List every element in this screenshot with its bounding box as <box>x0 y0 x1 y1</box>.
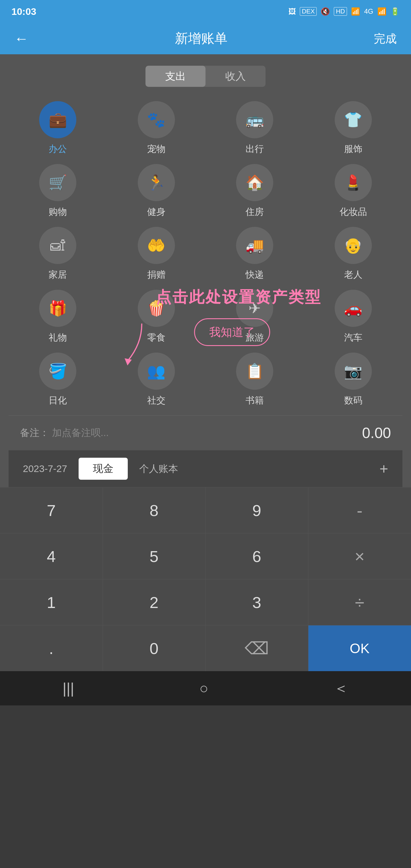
category-item-clothing[interactable]: 👕 服饰 <box>307 101 400 155</box>
books-icon: 📋 <box>236 352 273 390</box>
category-item-office[interactable]: 💼 办公 <box>11 101 104 155</box>
category-item-fitness[interactable]: 🏃 健身 <box>110 164 203 218</box>
office-icon: 💼 <box>39 101 76 138</box>
status-icons: 🖼 DEX 🔇 HD 📶 4G 📶 🔋 <box>288 7 400 16</box>
mute-icon: 🔇 <box>321 7 330 16</box>
calc-ok[interactable]: OK <box>309 625 411 671</box>
account-type-chip[interactable]: 现金 <box>79 458 128 480</box>
office-label: 办公 <box>49 143 67 155</box>
calc-0[interactable]: 0 <box>103 625 206 671</box>
category-grid: 💼 办公 🐾 宠物 🚌 出行 👕 服饰 🛒 购物 🏃 健身 🏠 住房 <box>8 101 403 281</box>
gift-label: 礼物 <box>49 332 67 344</box>
pet-label: 宠物 <box>147 143 166 155</box>
category-item-car[interactable]: 🚗 汽车 <box>307 290 400 344</box>
toggle-bar: 支出 收入 <box>8 66 403 87</box>
elderly-label: 老人 <box>344 269 362 281</box>
done-button[interactable]: 完成 <box>374 31 397 46</box>
calc-4[interactable]: 4 <box>0 533 103 579</box>
category-item-tourism[interactable]: ✈ 旅游 <box>208 290 301 344</box>
category-item-cosmetics[interactable]: 💄 化妆品 <box>307 164 400 218</box>
car-label: 汽车 <box>344 332 362 344</box>
category-item-elderly[interactable]: 👴 老人 <box>307 227 400 281</box>
shopping-icon: 🛒 <box>39 164 76 201</box>
dex-icon: DEX <box>300 7 317 16</box>
calc-6[interactable]: 6 <box>206 533 309 579</box>
calc-9[interactable]: 9 <box>206 488 309 533</box>
nav-menu-button[interactable]: ||| <box>46 674 91 703</box>
remarks-row: 备注： 加点备注呗... 0.00 <box>8 415 403 450</box>
books-label: 书籍 <box>245 394 264 407</box>
gallery-icon: 🖼 <box>288 7 296 16</box>
category-item-snack[interactable]: 🍿 零食 <box>110 290 203 344</box>
snack-icon: 🍿 <box>138 290 175 327</box>
add-account-button[interactable]: + <box>374 460 394 477</box>
category-item-shopping[interactable]: 🛒 购物 <box>11 164 104 218</box>
elderly-icon: 👴 <box>335 227 372 264</box>
clothing-label: 服饰 <box>344 143 362 155</box>
date-chip[interactable]: 2023-7-27 <box>17 460 73 477</box>
income-tab[interactable]: 收入 <box>206 66 266 87</box>
category-item-books[interactable]: 📋 书籍 <box>208 352 301 407</box>
pet-icon: 🐾 <box>138 101 175 138</box>
cosmetics-label: 化妆品 <box>340 206 367 218</box>
travel-icon: 🚌 <box>236 101 273 138</box>
calc-7[interactable]: 7 <box>0 488 103 533</box>
category-item-pet[interactable]: 🐾 宠物 <box>110 101 203 155</box>
tourism-label: 旅游 <box>245 332 264 344</box>
fitness-label: 健身 <box>147 206 166 218</box>
calc-row-3: 1 2 3 ÷ <box>0 579 411 625</box>
category-item-housing[interactable]: 🏠 住房 <box>208 164 301 218</box>
housing-label: 住房 <box>245 206 264 218</box>
delivery-label: 快递 <box>245 269 264 281</box>
calc-5[interactable]: 5 <box>103 533 206 579</box>
remarks-input[interactable]: 加点备注呗... <box>52 426 362 439</box>
daily-label: 日化 <box>49 394 67 407</box>
status-bar: 10:03 🖼 DEX 🔇 HD 📶 4G 📶 🔋 <box>0 0 411 23</box>
expense-tab[interactable]: 支出 <box>145 66 206 87</box>
snack-label: 零食 <box>147 332 166 344</box>
amount-display: 0.00 <box>362 424 391 441</box>
housing-icon: 🏠 <box>236 164 273 201</box>
delivery-icon: 🚚 <box>236 227 273 264</box>
home-label: 家居 <box>49 269 67 281</box>
signal-bars: 📶 <box>377 7 386 16</box>
fitness-icon: 🏃 <box>138 164 175 201</box>
nav-back-button[interactable]: ＜ <box>316 673 365 704</box>
calc-row-1: 7 8 9 - <box>0 487 411 533</box>
category-item-daily[interactable]: 🪣 日化 <box>11 352 104 407</box>
category-item-social[interactable]: 👥 社交 <box>110 352 203 407</box>
calc-8[interactable]: 8 <box>103 488 206 533</box>
gift-icon: 🎁 <box>39 290 76 327</box>
status-time: 10:03 <box>11 6 36 17</box>
category-item-travel[interactable]: 🚌 出行 <box>208 101 301 155</box>
category-item-digital[interactable]: 📷 数码 <box>307 352 400 407</box>
page-title: 新增账单 <box>175 30 228 48</box>
calc-backspace[interactable]: ⌫ <box>206 625 309 671</box>
signal-4g: 4G <box>364 7 373 16</box>
category-item-donation[interactable]: 🤲 捐赠 <box>110 227 203 281</box>
category-item-delivery[interactable]: 🚚 快递 <box>208 227 301 281</box>
calc-3[interactable]: 3 <box>206 580 309 625</box>
donation-label: 捐赠 <box>147 269 166 281</box>
nav-home-button[interactable]: ○ <box>182 674 226 703</box>
calc-multiply[interactable]: × <box>309 533 411 579</box>
travel-label: 出行 <box>245 143 264 155</box>
category-item-gift[interactable]: 🎁 礼物 <box>11 290 104 344</box>
calc-1[interactable]: 1 <box>0 580 103 625</box>
calc-minus[interactable]: - <box>309 488 411 533</box>
calc-dot[interactable]: . <box>0 625 103 671</box>
calc-row-4: . 0 ⌫ OK <box>0 625 411 671</box>
calc-divide[interactable]: ÷ <box>309 580 411 625</box>
bottom-nav: ||| ○ ＜ <box>0 671 411 706</box>
back-button[interactable]: ← <box>14 30 29 47</box>
toggle-container: 支出 收入 <box>145 66 266 87</box>
calc-2[interactable]: 2 <box>103 580 206 625</box>
battery-icon: 🔋 <box>390 7 400 16</box>
category-item-home[interactable]: 🛋 家居 <box>11 227 104 281</box>
social-icon: 👥 <box>138 352 175 390</box>
donation-icon: 🤲 <box>138 227 175 264</box>
info-row: 2023-7-27 现金 个人账本 + <box>8 450 403 487</box>
category-grid-row4: 🎁 礼物 🍿 零食 ✈ 旅游 🚗 汽车 <box>8 290 403 344</box>
category-grid-row5: 🪣 日化 👥 社交 📋 书籍 📷 数码 <box>8 352 403 407</box>
hd-icon: HD <box>334 7 347 16</box>
